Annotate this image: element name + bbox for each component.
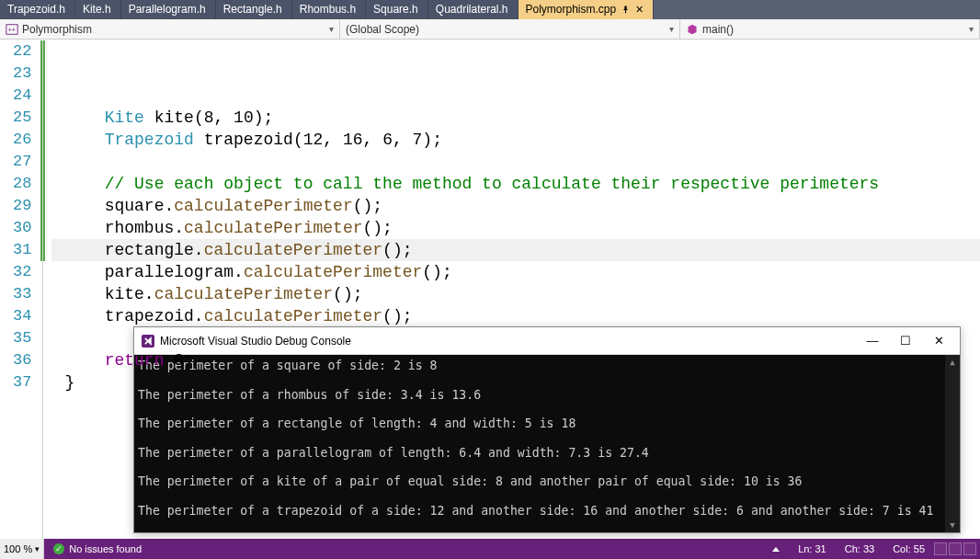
scope-text: (Global Scope) [346,23,419,36]
chevron-down-icon: ▾ [669,24,674,34]
status-bar: 100 %▾ ✓ No issues found Ln: 31 Ch: 33 C… [0,539,980,559]
tab-parallelogram-h[interactable]: Parallelogram.h [121,0,216,19]
line-indicator[interactable]: Ln: 31 [789,543,836,554]
scope-selector[interactable]: (Global Scope) ▾ [340,19,680,39]
file-tabs-bar: Trapezoid.h Kite.h Parallelogram.h Recta… [0,0,980,19]
tab-quadrilateral-h[interactable]: Quadrilateral.h [428,0,518,19]
scroll-down-icon[interactable]: ▼ [945,518,960,532]
project-selector[interactable]: ++ Polymorphism ▾ [0,19,340,39]
navigation-bar: ++ Polymorphism ▾ (Global Scope) ▾ main(… [0,19,980,40]
tab-rectangle-h[interactable]: Rectangle.h [216,0,292,19]
arrow-up-icon [772,547,780,552]
col-indicator[interactable]: Col: 55 [883,543,934,554]
line-number-gutter: 22232425262728293031323334353637 [0,40,37,539]
zoom-control[interactable]: 100 %▾ [0,539,44,559]
chevron-down-icon: ▾ [329,24,334,34]
function-name: main() [702,23,734,36]
pin-icon[interactable] [621,6,630,14]
code-comment: // Use each object to call the method to… [105,175,880,193]
chevron-down-icon: ▾ [969,24,974,34]
issues-status[interactable]: ✓ No issues found [44,543,151,554]
tab-square-h[interactable]: Square.h [366,0,428,19]
close-icon[interactable]: ✕ [635,5,644,15]
function-selector[interactable]: main() ▾ [680,19,980,39]
tab-trapezoid-h[interactable]: Trapezoid.h [0,0,75,19]
tab-polymorphism-cpp[interactable]: Polymorphism.cpp ✕ [518,0,655,19]
cpp-project-icon: ++ [6,23,18,36]
char-indicator[interactable]: Ch: 33 [836,543,883,554]
svg-text:++: ++ [8,26,16,32]
caret-line[interactable] [763,547,789,552]
tab-kite-h[interactable]: Kite.h [75,0,121,19]
method-icon [686,23,699,36]
tab-rhombus-h[interactable]: Rhombus.h [292,0,366,19]
project-name: Polymorphism [22,23,92,36]
status-mode-icons[interactable] [934,542,980,555]
change-gutter [37,40,51,539]
ok-check-icon: ✓ [53,543,64,554]
